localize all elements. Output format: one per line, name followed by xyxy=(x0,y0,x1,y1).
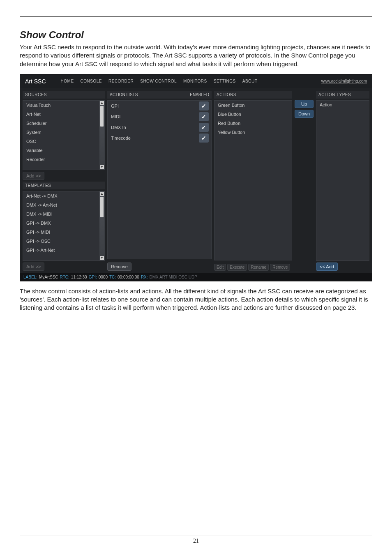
action-list-name: Timecode xyxy=(108,133,198,143)
sources-list[interactable]: VisualTouch Art-Net Scheduler System OSC… xyxy=(23,100,105,170)
enabled-checkbox[interactable] xyxy=(199,112,209,121)
action-list-row[interactable]: DMX In xyxy=(108,122,211,133)
status-rtc-key: RTC: xyxy=(60,275,69,279)
action-lists-body: GPI MIDI DMX In Timecode xyxy=(107,100,212,259)
action-types-add-button[interactable]: << Add xyxy=(316,263,338,271)
templates-header: TEMPLATES xyxy=(23,182,105,189)
brand: Art SSC xyxy=(25,78,46,85)
enabled-checkbox[interactable] xyxy=(199,123,209,132)
action-item[interactable]: Green Button xyxy=(214,101,292,110)
action-item[interactable]: Red Button xyxy=(214,119,292,128)
status-bar: LABEL: MyArtSSC RTC: 11:12:30 GPI: 0000 … xyxy=(20,273,372,281)
scroll-down-icon[interactable]: ▼ xyxy=(100,165,104,169)
topbar: Art SSC HOME CONSOLE RECORDER SHOW CONTR… xyxy=(20,74,372,88)
action-list-row[interactable]: MIDI xyxy=(108,111,211,122)
action-list-row[interactable]: GPI xyxy=(108,101,211,111)
template-item[interactable]: GPI -> DMX xyxy=(23,219,99,228)
template-item[interactable]: Art-Net -> DMX xyxy=(23,191,99,200)
action-type-item[interactable]: Action xyxy=(320,102,366,107)
action-list-name: GPI xyxy=(108,101,198,111)
panels: SOURCES VisualTouch Art-Net Scheduler Sy… xyxy=(20,88,372,273)
actions-body: Green Button Blue Button Red Button Yell… xyxy=(214,100,292,260)
source-item[interactable]: Art-Net xyxy=(23,110,99,119)
scroll-up-icon[interactable]: ▲ xyxy=(100,101,104,105)
actions-header: ACTIONS xyxy=(214,91,292,99)
status-rx-value: DMX ART MIDI OSC UDP xyxy=(150,275,197,279)
move-down-button[interactable]: Down xyxy=(295,110,314,118)
section-title: Show Control xyxy=(20,29,372,41)
sources-header: SOURCES xyxy=(23,91,105,99)
updown-column: Up Down xyxy=(295,91,314,271)
action-types-body: Action xyxy=(316,100,369,261)
action-lists-column: ACTION LISTS ENABLED GPI MIDI DMX In xyxy=(107,91,212,271)
section-intro: Your Art SSC needs to respond to the out… xyxy=(20,43,372,68)
template-item[interactable]: GPI -> MIDI xyxy=(23,228,99,237)
action-item[interactable]: Yellow Button xyxy=(214,128,292,137)
status-rtc-value: 11:12:30 xyxy=(71,275,87,279)
action-item[interactable]: Blue Button xyxy=(214,110,292,119)
action-remove-button[interactable]: Remove xyxy=(270,264,290,271)
menu-console[interactable]: CONSOLE xyxy=(81,79,102,83)
top-menu: HOME CONSOLE RECORDER SHOW CONTROL MONIT… xyxy=(61,79,258,83)
action-types-column: ACTION TYPES Action << Add xyxy=(316,91,369,271)
status-tc-value: 00:00:00.00 xyxy=(118,275,139,279)
menu-recorder[interactable]: RECORDER xyxy=(108,79,134,83)
templates-add-button[interactable]: Add >> xyxy=(23,263,44,271)
source-item[interactable]: VisualTouch xyxy=(23,101,99,110)
action-lists-header-enabled: ENABLED xyxy=(187,91,212,99)
page-number: 21 xyxy=(193,538,199,544)
top-rule xyxy=(20,16,372,17)
source-item[interactable]: System xyxy=(23,128,99,137)
scroll-down-icon[interactable]: ▼ xyxy=(100,256,104,260)
status-tc-key: TC: xyxy=(109,275,116,279)
templates-list[interactable]: Art-Net -> DMX DMX -> Art-Net DMX -> MID… xyxy=(23,191,105,261)
section-outro: The show control consists of action-list… xyxy=(20,287,372,312)
status-label-key: LABEL: xyxy=(23,275,37,279)
action-list-name: MIDI xyxy=(108,112,198,122)
menu-home[interactable]: HOME xyxy=(61,79,74,83)
action-rename-button[interactable]: Rename xyxy=(248,264,269,271)
template-item[interactable]: DMX -> MIDI xyxy=(23,210,99,219)
left-column: SOURCES VisualTouch Art-Net Scheduler Sy… xyxy=(23,91,105,271)
source-item[interactable]: OSC xyxy=(23,137,99,146)
source-item[interactable]: Recorder xyxy=(23,155,99,164)
action-list-row[interactable]: Timecode xyxy=(108,133,211,143)
action-execute-button[interactable]: Execute xyxy=(227,264,247,271)
actions-column: ACTIONS Green Button Blue Button Red But… xyxy=(214,91,292,271)
app-screenshot: Art SSC HOME CONSOLE RECORDER SHOW CONTR… xyxy=(20,74,372,281)
enabled-checkbox[interactable] xyxy=(199,134,209,143)
scroll-thumb[interactable] xyxy=(100,106,104,127)
action-lists-header: ACTION LISTS ENABLED xyxy=(107,91,212,99)
scroll-up-icon[interactable]: ▲ xyxy=(100,192,104,196)
action-list-name: DMX In xyxy=(108,122,198,132)
site-link[interactable]: www.acclaimlighting.com xyxy=(321,79,367,83)
source-item[interactable]: Scheduler xyxy=(23,119,99,128)
template-item[interactable]: GPI -> OSC xyxy=(23,237,99,246)
menu-about[interactable]: ABOUT xyxy=(242,79,258,83)
action-types-header: ACTION TYPES xyxy=(316,91,369,99)
source-item[interactable]: Variable xyxy=(23,146,99,155)
status-rx-key: RX: xyxy=(141,275,148,279)
status-label-value: MyArtSSC xyxy=(39,275,58,279)
menu-settings[interactable]: SETTINGS xyxy=(214,79,236,83)
sources-scrollbar[interactable]: ▲ ▼ xyxy=(99,101,104,170)
action-edit-button[interactable]: Edit xyxy=(214,264,226,271)
move-up-button[interactable]: Up xyxy=(295,100,314,108)
menu-monitors[interactable]: MONITORS xyxy=(183,79,207,83)
page-footer: 21 xyxy=(20,536,372,544)
enabled-checkbox[interactable] xyxy=(199,101,209,111)
scroll-thumb[interactable] xyxy=(100,197,104,217)
sources-add-button[interactable]: Add >> xyxy=(23,172,44,180)
action-lists-header-name: ACTION LISTS xyxy=(107,91,187,99)
template-item[interactable]: GPI -> Art-Net xyxy=(23,246,99,255)
status-gpi-key: GPI: xyxy=(89,275,97,279)
action-list-remove-button[interactable]: Remove xyxy=(107,263,131,271)
template-item[interactable]: DMX -> Art-Net xyxy=(23,200,99,210)
templates-scrollbar[interactable]: ▲ ▼ xyxy=(99,191,104,260)
menu-show-control[interactable]: SHOW CONTROL xyxy=(140,79,177,83)
status-gpi-value: 0000 xyxy=(99,275,108,279)
